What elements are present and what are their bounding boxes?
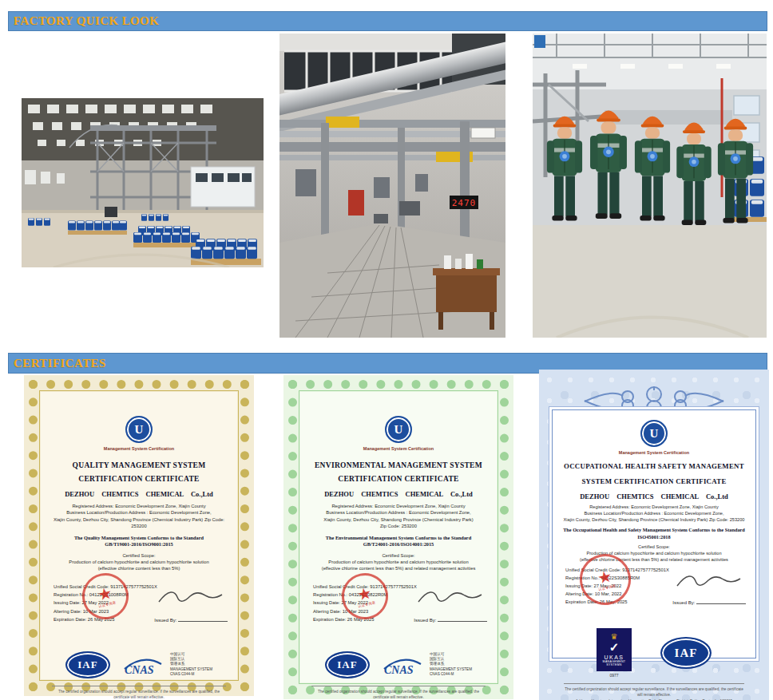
certification-body-logo: U xyxy=(125,416,153,443)
factory-pipes-photo[interactable]: 2470 xyxy=(279,34,505,338)
issued-by: Issued By: xyxy=(672,599,746,605)
certified-scope: Certified Scope: Production of calcium h… xyxy=(300,552,497,571)
certificate-footnote: The certified organization should accept… xyxy=(311,686,486,700)
factory-hall-illustration xyxy=(22,98,264,267)
cnas-swoosh-icon: CNAS xyxy=(120,654,166,676)
certificate-body: U Management System Certification OCCUPA… xyxy=(552,409,756,658)
check-icon: ✓ xyxy=(609,641,620,653)
logo-letter: U xyxy=(135,423,144,437)
cnas-caption: 中国认可 国际互认 管理体系 MANAGEMENT SYSTEM CNAS C0… xyxy=(170,652,212,677)
certificate-quality-iso9001[interactable]: U Management System Certification QUALIT… xyxy=(24,375,254,696)
certificate-environmental-iso14001[interactable]: U Management System Certification ENVIRO… xyxy=(283,375,513,699)
company-name: DEZHOU CHEMTICS CHEMICAL Co.,Ltd xyxy=(553,492,755,500)
logo-caption: Management System Certification xyxy=(41,446,237,451)
accreditation-badges: IAF CNAS 中国认可 国际互认 管理体系 MANAGEMENT SYSTE… xyxy=(41,648,237,682)
certified-scope: Certified Scope: Production of calcium h… xyxy=(553,544,755,563)
certificate-details: Unified Social Credit Code: 913714275777… xyxy=(300,575,497,648)
factory-workers-photo[interactable] xyxy=(533,34,767,338)
certificate-body: U Management System Certification ENVIRO… xyxy=(300,392,497,682)
cnas-badge-icon: CNAS 中国认可 国际互认 管理体系 MANAGEMENT SYSTEM CN… xyxy=(379,652,472,677)
iaf-badge-icon: IAF xyxy=(65,651,110,678)
certified-scope: Certified Scope: Production of calcium h… xyxy=(41,552,237,571)
certificate-title: ENVIRONMENTAL MANAGEMENT SYSTEM xyxy=(300,461,497,469)
standard-statement: The Occupational Health and Safety Manag… xyxy=(553,527,755,541)
page: FACTORY QUICK LOOK xyxy=(0,0,773,700)
cnas-caption: 中国认可 国际互认 管理体系 MANAGEMENT SYSTEM CNAS C0… xyxy=(430,652,472,677)
cnas-swoosh-icon: CNAS xyxy=(379,654,426,676)
section-header-factory: FACTORY QUICK LOOK xyxy=(8,11,767,31)
instrument-display-value: 2470 xyxy=(452,198,477,208)
certificate-details: Unified Social Credit Code: 913714275777… xyxy=(41,575,237,648)
certificate-body: U Management System Certification QUALIT… xyxy=(41,392,237,679)
company-address: Registered Address: Economic Development… xyxy=(300,503,497,530)
logo-letter: U xyxy=(650,427,659,441)
logo-caption: Management System Certification xyxy=(553,450,755,455)
certificate-footnote: The certified organization should accept… xyxy=(52,686,226,700)
iaf-badge-icon: IAF xyxy=(325,651,370,678)
factory-hall-photo[interactable] xyxy=(22,98,264,267)
company-address: Registered Address: Economic Development… xyxy=(553,504,755,523)
certification-body-logo: U xyxy=(385,416,412,443)
certificate-ohs-iso45001[interactable]: U Management System Certification OCCUPA… xyxy=(539,370,769,700)
accreditation-badges: ♛ ✓ UKAS MANAGEMENT SYSTEMS 0977 IAF xyxy=(553,624,755,682)
signature-scribble xyxy=(156,587,224,607)
cnas-badge-icon: CNAS 中国认可 国际互认 管理体系 MANAGEMENT SYSTEM CN… xyxy=(120,652,212,677)
factory-pipes-illustration: 2470 xyxy=(279,34,505,338)
certificate-subtitle: CERTIFICATION CERTIFICATE xyxy=(41,475,237,483)
certification-body-logo: U xyxy=(640,420,668,447)
certificate-subtitle: CERTIFICATION CERTIFICATE xyxy=(300,475,497,483)
ukas-number: 0977 xyxy=(609,673,618,678)
logo-letter: U xyxy=(394,423,403,437)
factory-workers-illustration xyxy=(533,34,767,338)
accreditation-badges: IAF CNAS 中国认可 国际互认 管理体系 MANAGEMENT SYSTE… xyxy=(300,648,497,682)
svg-text:CNAS: CNAS xyxy=(384,664,414,676)
company-name: DEZHOU CHEMTICS CHEMICAL Co.,Ltd xyxy=(300,490,497,498)
ornament-flourish xyxy=(539,358,769,417)
logo-caption: Management System Certification xyxy=(300,446,497,451)
company-name: DEZHOU CHEMTICS CHEMICAL Co.,Ltd xyxy=(41,490,237,498)
certificate-title: OCCUPATIONAL HEALTH SAFETY MANAGEMENT xyxy=(553,462,755,470)
svg-text:CNAS: CNAS xyxy=(125,664,154,676)
issued-by: Issued By: xyxy=(154,616,228,623)
certificate-details: Unified Social Credit Code: 913714275777… xyxy=(553,565,755,624)
section-title-factory: FACTORY QUICK LOOK xyxy=(14,14,159,28)
standard-statement: The Quality Management System Conforms t… xyxy=(41,535,237,549)
issued-by: Issued By: xyxy=(414,616,487,623)
iaf-badge-icon: IAF xyxy=(660,637,712,669)
signature-scribble xyxy=(415,587,484,607)
certificate-title: QUALITY MANAGEMENT SYSTEM xyxy=(41,461,237,469)
ukas-badge-icon: ♛ ✓ UKAS MANAGEMENT SYSTEMS 0977 xyxy=(597,628,632,678)
certificate-footnote: The certified organization should accept… xyxy=(564,683,744,700)
signature-scribble xyxy=(674,571,743,591)
company-address: Registered Address: Economic Development… xyxy=(41,503,237,530)
standard-statement: The Environmental Management System Conf… xyxy=(300,535,497,549)
certificate-subtitle: SYSTEM CERTIFICATION CERTIFICATE xyxy=(553,477,755,485)
section-title-certificates: CERTIFICATES xyxy=(14,357,106,370)
